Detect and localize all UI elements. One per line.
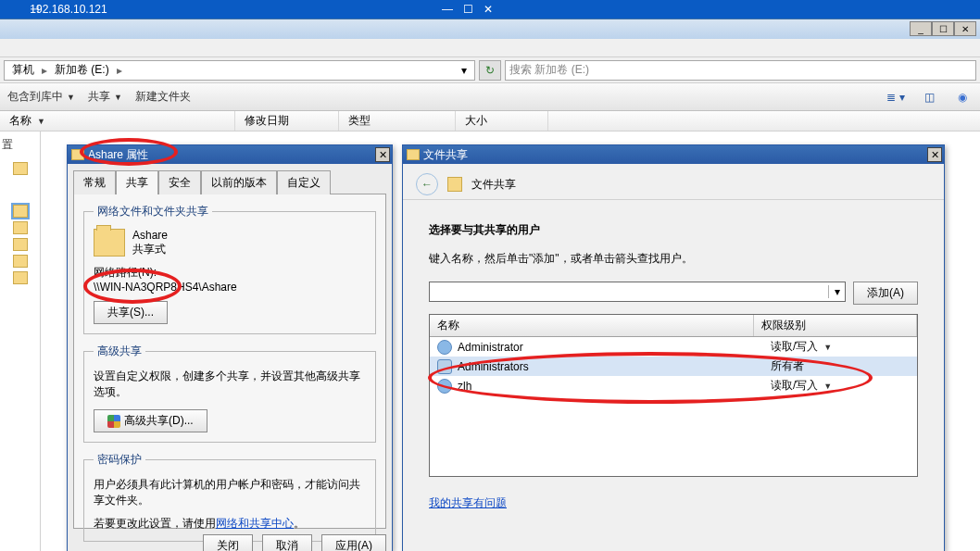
apply-button[interactable]: 应用(A) bbox=[321, 534, 386, 551]
user-name: zlh bbox=[458, 380, 765, 393]
organize-menu[interactable]: 包含到库中 ▼ bbox=[7, 89, 75, 105]
rdp-title-bar: ⊣ 192.168.10.121 — ☐ ✕ bbox=[0, 0, 980, 19]
dropdown-icon[interactable]: ▼ bbox=[823, 343, 832, 352]
dialog-title-bar[interactable]: 文件共享 ✕ bbox=[403, 145, 944, 164]
view-options-icon[interactable]: ≣ ▾ bbox=[886, 89, 906, 106]
wizard-title: 文件共享 bbox=[471, 177, 516, 193]
cancel-button[interactable]: 取消 bbox=[262, 534, 312, 551]
share-icon bbox=[407, 149, 420, 160]
tab-strip: 常规 共享 安全 以前的版本 自定义 bbox=[68, 164, 392, 194]
dialog-title: Ashare 属性 bbox=[88, 147, 148, 163]
tab-general[interactable]: 常规 bbox=[73, 170, 116, 194]
folder-icon[interactable] bbox=[13, 238, 28, 251]
dropdown-icon[interactable]: ▾ bbox=[828, 285, 845, 298]
dialog-title: 文件共享 bbox=[423, 147, 468, 163]
explorer-window: 算机 ▸ 新加卷 (E:) ▸ ▾ ↻ 搜索 新加卷 (E:) 包含到库中 ▼ … bbox=[0, 39, 980, 551]
chevron-right-icon[interactable]: ▸ bbox=[113, 64, 126, 77]
share-button[interactable]: 共享(S)... bbox=[94, 301, 168, 324]
search-placeholder: 搜索 新加卷 (E:) bbox=[509, 62, 589, 78]
breadcrumb[interactable]: 算机 ▸ 新加卷 (E:) ▸ ▾ bbox=[4, 60, 475, 81]
breadcrumb-parent[interactable]: 算机 bbox=[8, 62, 38, 78]
table-row[interactable]: Administrators所有者 bbox=[430, 357, 917, 376]
permission-level[interactable]: 所有者 bbox=[771, 358, 910, 374]
refresh-button[interactable]: ↻ bbox=[479, 60, 501, 81]
win-max-icon[interactable]: ☐ bbox=[932, 21, 954, 36]
table-row[interactable]: Administrator读取/写入 ▼ bbox=[430, 337, 917, 357]
folder-icon[interactable] bbox=[13, 271, 28, 284]
share-name: Ashare bbox=[132, 229, 168, 242]
back-button[interactable]: ← bbox=[416, 173, 438, 195]
tab-security[interactable]: 安全 bbox=[158, 170, 201, 194]
add-button[interactable]: 添加(A) bbox=[853, 282, 918, 305]
folder-icon bbox=[94, 229, 125, 257]
properties-dialog: Ashare 属性 ✕ 常规 共享 安全 以前的版本 自定义 网络文件和文件夹共… bbox=[67, 144, 393, 551]
table-row[interactable]: zlh读取/写入 ▼ bbox=[430, 376, 917, 395]
group-network-share: 网络文件和文件夹共享 Ashare 共享式 网络路径(N): \\WIN-NA3… bbox=[83, 204, 376, 334]
share-icon bbox=[447, 177, 462, 192]
dialog-title-bar[interactable]: Ashare 属性 ✕ bbox=[68, 145, 392, 164]
close-button[interactable]: 关闭 bbox=[203, 534, 253, 551]
permission-level[interactable]: 读取/写入 ▼ bbox=[771, 378, 910, 394]
user-name: Administrators bbox=[458, 360, 765, 373]
shield-icon bbox=[107, 415, 120, 428]
col-size: 大小 bbox=[456, 111, 548, 131]
help-link[interactable]: 我的共享有问题 bbox=[429, 496, 507, 509]
rdp-host: 192.168.10.121 bbox=[0, 3, 437, 16]
user-icon bbox=[437, 379, 452, 394]
user-name: Administrator bbox=[458, 341, 765, 354]
breadcrumb-current[interactable]: 新加卷 (E:) bbox=[51, 62, 113, 78]
folder-icon[interactable] bbox=[13, 221, 28, 234]
preview-pane-icon[interactable]: ◫ bbox=[919, 89, 939, 106]
instructions: 键入名称，然后单击"添加"，或者单击箭头查找用户。 bbox=[429, 251, 918, 267]
wizard-header: ← 文件共享 bbox=[403, 164, 944, 200]
help-icon[interactable]: ◉ bbox=[952, 89, 973, 106]
win-min-icon[interactable]: _ bbox=[910, 21, 932, 36]
tab-custom[interactable]: 自定义 bbox=[277, 170, 331, 194]
user-combo[interactable]: ▾ bbox=[429, 282, 846, 302]
advanced-share-button[interactable]: 高级共享(D)... bbox=[94, 409, 207, 432]
minimize-icon[interactable]: — bbox=[437, 1, 458, 18]
share-state: 共享式 bbox=[132, 242, 168, 257]
command-bar: 包含到库中 ▼ 共享 ▼ 新建文件夹 ≣ ▾ ◫ ◉ bbox=[0, 83, 980, 111]
user-icon bbox=[437, 340, 452, 355]
folder-icon bbox=[71, 149, 84, 160]
network-center-link[interactable]: 网络和共享中心 bbox=[216, 517, 294, 530]
win-close-icon[interactable]: ✕ bbox=[954, 21, 976, 36]
explorer-window-chrome: _ ☐ ✕ bbox=[0, 19, 980, 39]
close-button[interactable]: ✕ bbox=[927, 147, 942, 162]
network-path-value: \\WIN-NA3QRP8HS4\Ashare bbox=[94, 281, 366, 294]
close-icon[interactable]: ✕ bbox=[478, 1, 498, 18]
dropdown-icon[interactable]: ▾ bbox=[458, 64, 471, 77]
group-advanced-share: 高级共享 设置自定义权限，创建多个共享，并设置其他高级共享选项。 高级共享(D)… bbox=[83, 344, 376, 443]
col-type: 类型 bbox=[339, 111, 456, 131]
address-bar-row: 算机 ▸ 新加卷 (E:) ▸ ▾ ↻ 搜索 新加卷 (E:) bbox=[0, 57, 980, 83]
col-name: 名称 ▼ bbox=[0, 111, 235, 131]
user-input[interactable] bbox=[430, 285, 828, 298]
network-path-label: 网络路径(N): bbox=[94, 265, 366, 281]
new-folder-button[interactable]: 新建文件夹 bbox=[135, 89, 191, 105]
dropdown-icon[interactable]: ▼ bbox=[823, 382, 832, 391]
column-headers[interactable]: 名称 ▼ 修改日期 类型 大小 bbox=[0, 111, 980, 131]
navigation-pane[interactable]: 置 bbox=[0, 131, 41, 551]
tab-body: 网络文件和文件夹共享 Ashare 共享式 网络路径(N): \\WIN-NA3… bbox=[73, 194, 386, 529]
folder-icon[interactable] bbox=[13, 162, 28, 175]
folder-icon[interactable] bbox=[13, 255, 28, 268]
permissions-table: 名称 权限级别 Administrator读取/写入 ▼Administrato… bbox=[429, 314, 918, 477]
user-icon bbox=[437, 359, 452, 374]
file-sharing-dialog: 文件共享 ✕ ← 文件共享 选择要与其共享的用户 键入名称，然后单击"添加"，或… bbox=[402, 144, 945, 551]
table-header[interactable]: 名称 权限级别 bbox=[430, 315, 917, 337]
col-date: 修改日期 bbox=[235, 111, 339, 131]
permission-level[interactable]: 读取/写入 ▼ bbox=[771, 339, 910, 355]
search-input[interactable]: 搜索 新加卷 (E:) bbox=[505, 60, 976, 81]
restore-icon[interactable]: ☐ bbox=[458, 1, 478, 18]
tab-previous[interactable]: 以前的版本 bbox=[201, 170, 277, 194]
tab-share[interactable]: 共享 bbox=[116, 170, 158, 194]
password-desc: 用户必须具有此计算机的用户帐户和密码，才能访问共享文件夹。 bbox=[94, 477, 366, 508]
chevron-right-icon[interactable]: ▸ bbox=[38, 64, 51, 77]
dialog-buttons: 关闭 取消 应用(A) bbox=[68, 529, 392, 551]
folder-icon[interactable] bbox=[13, 205, 28, 218]
subtitle: 选择要与其共享的用户 bbox=[429, 222, 918, 238]
menu-bar[interactable] bbox=[0, 39, 980, 57]
share-menu[interactable]: 共享 ▼ bbox=[88, 89, 122, 105]
close-button[interactable]: ✕ bbox=[375, 147, 390, 162]
